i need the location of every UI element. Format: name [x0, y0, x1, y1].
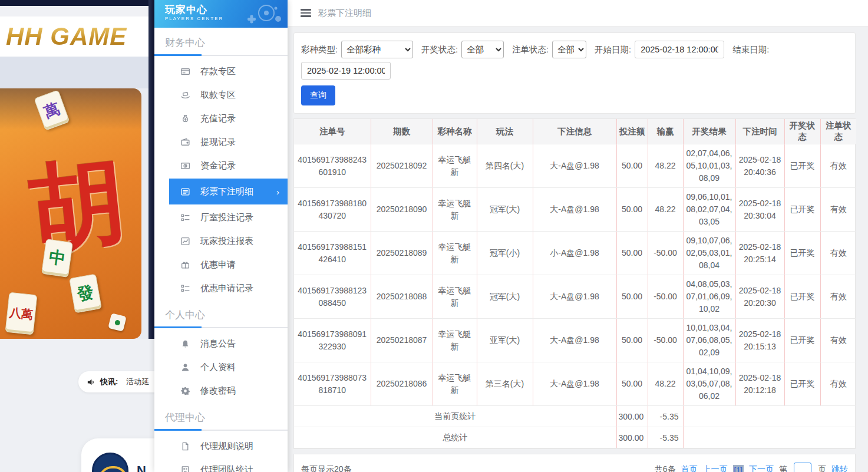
- sidebar-item-funds-record[interactable]: 资金记录: [154, 154, 288, 177]
- chevron-right-icon: ›: [276, 187, 279, 197]
- sidebar-item-label: 个人资料: [200, 362, 236, 373]
- sidebar-header: 玩家中心 PLAYERS CENTER: [154, 0, 288, 28]
- sidebar-item-promo[interactable]: 优惠申请: [154, 253, 288, 276]
- table-cell: 冠军(大): [477, 188, 533, 232]
- column-header: 玩法: [477, 119, 533, 144]
- table-cell: 有效: [820, 275, 856, 319]
- table-cell: -50.00: [648, 232, 683, 275]
- table-cell: 有效: [820, 188, 856, 232]
- order-status-select[interactable]: 全部: [552, 41, 586, 58]
- lottery-type-select[interactable]: 全部彩种: [341, 41, 413, 58]
- team-card: N: [81, 438, 154, 472]
- page-size-text: 每页显示20条: [301, 464, 352, 472]
- hu-calligraphy: 胡: [24, 138, 131, 275]
- table-cell: 已开奖: [784, 144, 820, 188]
- recharge-record-icon: [180, 114, 190, 124]
- end-date-input[interactable]: [301, 62, 391, 80]
- table-cell: 20250218089: [371, 232, 433, 275]
- table-cell: 冠军(大): [477, 275, 533, 319]
- sidebar-item-user[interactable]: 个人资料: [154, 355, 288, 379]
- sidebar-item-promo-record[interactable]: 优惠申请记录: [154, 276, 288, 300]
- current-page-badge[interactable]: [1]: [733, 465, 744, 472]
- column-header: 下注时间: [735, 119, 784, 144]
- sidebar-item-label: 代理团队统计: [200, 464, 253, 472]
- sidebar-item-gear[interactable]: 修改密码: [154, 379, 288, 402]
- first-page-link[interactable]: 首页: [681, 464, 698, 472]
- deposit-icon: [180, 67, 190, 77]
- hamburger-icon[interactable]: [301, 9, 311, 17]
- table-cell: 有效: [820, 144, 856, 188]
- sidebar-item-withdraw[interactable]: 取款专区: [154, 83, 288, 107]
- search-button[interactable]: 查询: [301, 85, 335, 105]
- sidebar-item-hall-bets[interactable]: 厅室投注记录: [154, 206, 288, 229]
- table-cell: 已开奖: [784, 188, 820, 232]
- main-area: 彩票下注明细 彩种类型: 全部彩种 开奖状态: 全部 注单状态: 全部 开始日期…: [288, 0, 868, 472]
- sidebar-item-team-stats[interactable]: 代理团队统计: [154, 458, 288, 472]
- bets-table: 注单号期数彩种名称玩法下注信息投注额输赢开奖结果下注时间开奖状态注单状态 401…: [294, 119, 856, 448]
- team-card-letter: N: [137, 463, 146, 472]
- table-cell: 09,10,07,06,02,05,03,01,08,04: [683, 232, 735, 275]
- sidebar-item-document[interactable]: 代理规则说明: [154, 434, 288, 458]
- promo-banner-image: 萬 胡 中 發 八萬: [0, 88, 141, 339]
- table-cell: 401569173988243601910: [294, 144, 371, 188]
- table-cell: 冠军(小): [477, 232, 533, 275]
- ticker-text: 活动延: [126, 377, 149, 387]
- table-cell: 有效: [820, 319, 856, 362]
- table-header-row: 注单号期数彩种名称玩法下注信息投注额输赢开奖结果下注时间开奖状态注单状态: [294, 119, 856, 144]
- bell-icon: [180, 339, 190, 349]
- table-cell: 50.00: [616, 232, 648, 275]
- sidebar-section-title: 个人中心: [165, 308, 288, 322]
- sidebar-item-label: 存款专区: [200, 66, 236, 77]
- sidebar-item-bell[interactable]: 消息公告: [154, 332, 288, 355]
- summary-blank-cell: [683, 406, 856, 427]
- lottery-bets-icon: [180, 187, 190, 197]
- bets-table-card: 注单号期数彩种名称玩法下注信息投注额输赢开奖结果下注时间开奖状态注单状态 401…: [293, 118, 856, 449]
- column-header: 投注额: [616, 119, 648, 144]
- table-cell: 已开奖: [784, 275, 820, 319]
- jump-button[interactable]: 跳转: [831, 464, 848, 472]
- table-cell: -50.00: [648, 275, 683, 319]
- sidebar-item-recharge-record[interactable]: 充值记录: [154, 107, 288, 130]
- summary-row: 总统计300.00-5.35: [294, 427, 856, 448]
- players-center-sidebar: 玩家中心 PLAYERS CENTER 财务中心存款专区取款专区充值记录提现记录…: [154, 0, 288, 472]
- table-cell: 大-A盘@1.98: [533, 275, 616, 319]
- summary-bet-total: 300.00: [616, 406, 648, 427]
- table-row: 40156917398812308845020250218088幸运飞艇新冠军(…: [294, 275, 856, 319]
- banner-shade: [0, 88, 141, 130]
- jump-page-input[interactable]: [794, 463, 811, 472]
- table-cell: 2025-02-18 20:12:18: [735, 362, 784, 406]
- table-cell: 2025-02-18 20:30:04: [735, 188, 784, 232]
- table-cell: 48.22: [648, 362, 683, 406]
- next-page-link[interactable]: 下一页: [749, 464, 774, 472]
- draw-status-select[interactable]: 全部: [461, 41, 504, 58]
- gear-icon: [180, 386, 190, 396]
- table-cell: -50.00: [648, 319, 683, 362]
- user-icon: [180, 362, 190, 372]
- summary-win-total: -5.35: [648, 406, 683, 427]
- sidebar-item-report[interactable]: 玩家投注报表: [154, 229, 288, 253]
- sidebar-item-label: 修改密码: [200, 385, 236, 397]
- background-band: [0, 6, 154, 16]
- table-cell: 已开奖: [784, 362, 820, 406]
- table-cell: 50.00: [616, 275, 648, 319]
- end-date-label: 结束日期:: [732, 44, 769, 55]
- promo-record-icon: [180, 283, 190, 293]
- sidebar-item-deposit[interactable]: 存款专区: [154, 60, 288, 83]
- table-cell: 幸运飞艇新: [433, 362, 477, 406]
- sidebar-item-label: 优惠申请记录: [200, 283, 253, 294]
- sidebar-item-label: 消息公告: [200, 338, 236, 349]
- table-cell: 50.00: [616, 144, 648, 188]
- sidebar-item-lottery-bets[interactable]: 彩票下注明细›: [169, 179, 288, 204]
- table-cell: 有效: [820, 232, 856, 275]
- section-divider: [154, 54, 288, 56]
- sidebar-item-withdrawal-record[interactable]: 提现记录: [154, 130, 288, 154]
- funds-record-icon: [180, 161, 190, 171]
- speaker-icon: [87, 378, 95, 387]
- site-logo: HH GAME: [0, 22, 127, 51]
- column-header: 开奖结果: [683, 119, 735, 144]
- news-ticker[interactable]: 快讯: 活动延: [78, 371, 154, 392]
- table-cell: 大-A盘@1.98: [533, 319, 616, 362]
- start-date-input[interactable]: [635, 41, 724, 58]
- summary-bet-total: 300.00: [616, 427, 648, 448]
- prev-page-link[interactable]: 上一页: [703, 464, 728, 472]
